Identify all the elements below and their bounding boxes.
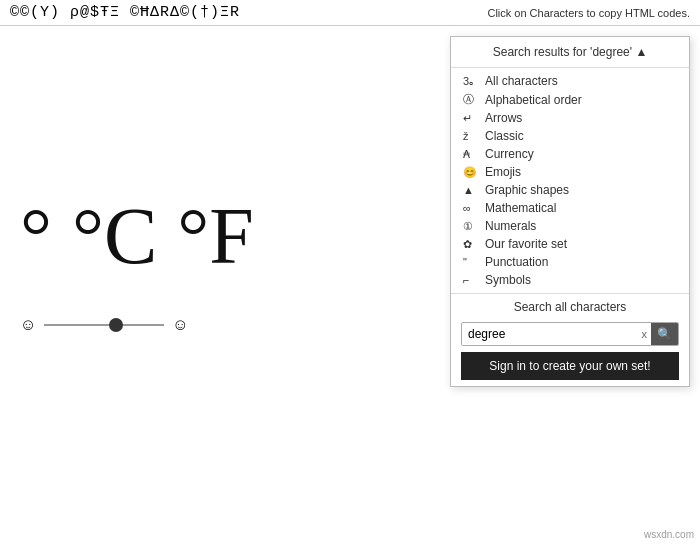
category-label: Arrows [485,111,522,125]
category-label: Alphabetical order [485,93,582,107]
category-label: Punctuation [485,255,548,269]
category-icon: ↵ [463,112,481,125]
category-icon: 😊 [463,166,481,179]
degree-symbols-display: ° °C °F [20,196,254,276]
category-label: Mathematical [485,201,556,215]
panel-header[interactable]: Search results for 'degree' ▲ [451,37,689,68]
watermark: wsxdn.com [644,529,694,540]
list-item[interactable]: ₳Currency [451,145,689,163]
list-item[interactable]: žClassic [451,127,689,145]
category-label: Graphic shapes [485,183,569,197]
category-label: Currency [485,147,534,161]
category-icon: ① [463,220,481,233]
list-item[interactable]: "Punctuation [451,253,689,271]
list-item[interactable]: ①Numerals [451,217,689,235]
search-box[interactable]: x 🔍 [461,322,679,346]
list-item[interactable]: ⒶAlphabetical order [451,90,689,109]
list-item[interactable]: ▲Graphic shapes [451,181,689,199]
category-label: Emojis [485,165,521,179]
category-icon: ž [463,130,481,142]
slider-large-icon: ☺ [172,316,188,334]
category-icon: ⌐ [463,274,481,286]
search-all-label: Search all characters [451,293,689,318]
page-header: ©©(Y) ρ@$ŦΞ ©ĦΔRΔ©(†)ΞR Click on Charact… [0,0,700,26]
category-list: 3ₒAll charactersⒶAlphabetical order↵Arro… [451,68,689,293]
category-icon: 3ₒ [463,75,481,88]
category-icon: Ⓐ [463,92,481,107]
category-icon: ∞ [463,202,481,214]
search-clear-button[interactable]: x [638,328,652,340]
list-item[interactable]: ✿Our favorite set [451,235,689,253]
list-item[interactable]: 3ₒAll characters [451,72,689,90]
size-slider[interactable]: ☺ ☺ [20,316,189,334]
list-item[interactable]: ↵Arrows [451,109,689,127]
list-item[interactable]: 😊Emojis [451,163,689,181]
main-area: ° °C °F ☺ ☺ Search results for 'degree' … [0,26,700,544]
slider-small-icon: ☺ [20,316,36,334]
category-icon: " [463,256,481,268]
list-item[interactable]: ∞Mathematical [451,199,689,217]
search-results-panel: Search results for 'degree' ▲ 3ₒAll char… [450,36,690,387]
search-submit-button[interactable]: 🔍 [651,323,678,345]
category-label: Numerals [485,219,536,233]
category-icon: ✿ [463,238,481,251]
category-label: Our favorite set [485,237,567,251]
list-item[interactable]: ⌐Symbols [451,271,689,289]
category-label: Symbols [485,273,531,287]
search-input[interactable] [462,323,638,345]
slider-thumb[interactable] [109,318,123,332]
category-label: All characters [485,74,558,88]
header-hint: Click on Characters to copy HTML codes. [487,7,690,19]
sign-in-button[interactable]: Sign in to create your own set! [461,352,679,380]
slider-track[interactable] [44,324,164,326]
category-icon: ₳ [463,148,481,161]
site-logo[interactable]: ©©(Y) ρ@$ŦΞ ©ĦΔRΔ©(†)ΞR [10,4,240,21]
category-label: Classic [485,129,524,143]
category-icon: ▲ [463,184,481,196]
